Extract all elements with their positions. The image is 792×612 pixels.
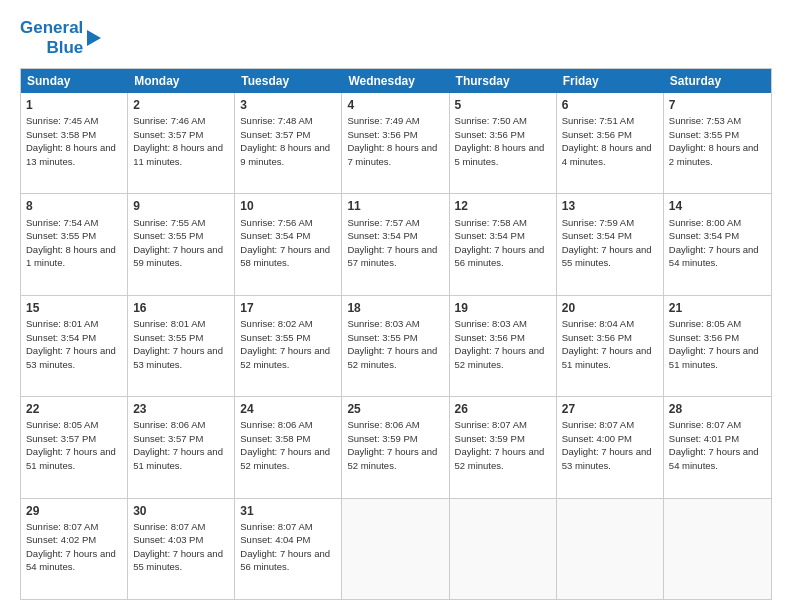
day-details: Sunrise: 8:05 AMSunset: 3:57 PMDaylight:… — [26, 419, 116, 471]
calendar-day-cell: 28Sunrise: 8:07 AMSunset: 4:01 PMDayligh… — [664, 397, 771, 497]
page: General Blue SundayMondayTuesdayWednesda… — [0, 0, 792, 612]
day-number: 27 — [562, 401, 658, 417]
calendar-week-row: 29Sunrise: 8:07 AMSunset: 4:02 PMDayligh… — [21, 498, 771, 599]
day-number: 5 — [455, 97, 551, 113]
calendar-day-cell: 25Sunrise: 8:06 AMSunset: 3:59 PMDayligh… — [342, 397, 449, 497]
day-details: Sunrise: 7:53 AMSunset: 3:55 PMDaylight:… — [669, 115, 759, 167]
day-number: 24 — [240, 401, 336, 417]
day-details: Sunrise: 8:06 AMSunset: 3:57 PMDaylight:… — [133, 419, 223, 471]
day-details: Sunrise: 8:00 AMSunset: 3:54 PMDaylight:… — [669, 217, 759, 269]
calendar-day-cell: 26Sunrise: 8:07 AMSunset: 3:59 PMDayligh… — [450, 397, 557, 497]
calendar-day-cell: 4Sunrise: 7:49 AMSunset: 3:56 PMDaylight… — [342, 93, 449, 193]
day-details: Sunrise: 8:06 AMSunset: 3:59 PMDaylight:… — [347, 419, 437, 471]
calendar-day-cell: 19Sunrise: 8:03 AMSunset: 3:56 PMDayligh… — [450, 296, 557, 396]
day-number: 11 — [347, 198, 443, 214]
calendar-day-cell: 7Sunrise: 7:53 AMSunset: 3:55 PMDaylight… — [664, 93, 771, 193]
calendar-day-cell: 2Sunrise: 7:46 AMSunset: 3:57 PMDaylight… — [128, 93, 235, 193]
day-details: Sunrise: 7:50 AMSunset: 3:56 PMDaylight:… — [455, 115, 545, 167]
day-number: 2 — [133, 97, 229, 113]
calendar-week-row: 8Sunrise: 7:54 AMSunset: 3:55 PMDaylight… — [21, 193, 771, 294]
day-details: Sunrise: 8:07 AMSunset: 4:00 PMDaylight:… — [562, 419, 652, 471]
calendar-day-cell: 16Sunrise: 8:01 AMSunset: 3:55 PMDayligh… — [128, 296, 235, 396]
calendar-day-cell: 18Sunrise: 8:03 AMSunset: 3:55 PMDayligh… — [342, 296, 449, 396]
day-details: Sunrise: 8:07 AMSunset: 3:59 PMDaylight:… — [455, 419, 545, 471]
header-day: Tuesday — [235, 69, 342, 93]
day-number: 12 — [455, 198, 551, 214]
header: General Blue — [20, 18, 772, 58]
day-details: Sunrise: 7:55 AMSunset: 3:55 PMDaylight:… — [133, 217, 223, 269]
calendar-day-cell: 12Sunrise: 7:58 AMSunset: 3:54 PMDayligh… — [450, 194, 557, 294]
day-number: 13 — [562, 198, 658, 214]
day-details: Sunrise: 8:04 AMSunset: 3:56 PMDaylight:… — [562, 318, 652, 370]
day-details: Sunrise: 8:05 AMSunset: 3:56 PMDaylight:… — [669, 318, 759, 370]
calendar-day-cell: 10Sunrise: 7:56 AMSunset: 3:54 PMDayligh… — [235, 194, 342, 294]
header-day: Saturday — [664, 69, 771, 93]
calendar-empty-cell — [664, 499, 771, 599]
calendar-day-cell: 5Sunrise: 7:50 AMSunset: 3:56 PMDaylight… — [450, 93, 557, 193]
day-number: 7 — [669, 97, 766, 113]
logo-line1: General — [20, 18, 83, 38]
header-day: Sunday — [21, 69, 128, 93]
day-details: Sunrise: 7:49 AMSunset: 3:56 PMDaylight:… — [347, 115, 437, 167]
day-number: 22 — [26, 401, 122, 417]
calendar-day-cell: 6Sunrise: 7:51 AMSunset: 3:56 PMDaylight… — [557, 93, 664, 193]
day-number: 15 — [26, 300, 122, 316]
day-number: 21 — [669, 300, 766, 316]
calendar-day-cell: 31Sunrise: 8:07 AMSunset: 4:04 PMDayligh… — [235, 499, 342, 599]
day-details: Sunrise: 7:48 AMSunset: 3:57 PMDaylight:… — [240, 115, 330, 167]
day-details: Sunrise: 7:45 AMSunset: 3:58 PMDaylight:… — [26, 115, 116, 167]
calendar-day-cell: 29Sunrise: 8:07 AMSunset: 4:02 PMDayligh… — [21, 499, 128, 599]
calendar-day-cell: 11Sunrise: 7:57 AMSunset: 3:54 PMDayligh… — [342, 194, 449, 294]
calendar-day-cell: 13Sunrise: 7:59 AMSunset: 3:54 PMDayligh… — [557, 194, 664, 294]
day-details: Sunrise: 8:02 AMSunset: 3:55 PMDaylight:… — [240, 318, 330, 370]
calendar-day-cell: 8Sunrise: 7:54 AMSunset: 3:55 PMDaylight… — [21, 194, 128, 294]
day-number: 19 — [455, 300, 551, 316]
calendar-day-cell: 22Sunrise: 8:05 AMSunset: 3:57 PMDayligh… — [21, 397, 128, 497]
calendar: SundayMondayTuesdayWednesdayThursdayFrid… — [20, 68, 772, 600]
calendar-body: 1Sunrise: 7:45 AMSunset: 3:58 PMDaylight… — [21, 93, 771, 599]
header-day: Thursday — [450, 69, 557, 93]
calendar-day-cell: 17Sunrise: 8:02 AMSunset: 3:55 PMDayligh… — [235, 296, 342, 396]
header-day: Friday — [557, 69, 664, 93]
day-details: Sunrise: 7:57 AMSunset: 3:54 PMDaylight:… — [347, 217, 437, 269]
day-details: Sunrise: 8:07 AMSunset: 4:02 PMDaylight:… — [26, 521, 116, 573]
calendar-day-cell: 30Sunrise: 8:07 AMSunset: 4:03 PMDayligh… — [128, 499, 235, 599]
calendar-day-cell: 14Sunrise: 8:00 AMSunset: 3:54 PMDayligh… — [664, 194, 771, 294]
calendar-day-cell: 9Sunrise: 7:55 AMSunset: 3:55 PMDaylight… — [128, 194, 235, 294]
calendar-day-cell: 24Sunrise: 8:06 AMSunset: 3:58 PMDayligh… — [235, 397, 342, 497]
calendar-day-cell: 15Sunrise: 8:01 AMSunset: 3:54 PMDayligh… — [21, 296, 128, 396]
day-details: Sunrise: 8:01 AMSunset: 3:55 PMDaylight:… — [133, 318, 223, 370]
calendar-empty-cell — [342, 499, 449, 599]
day-number: 6 — [562, 97, 658, 113]
day-details: Sunrise: 8:03 AMSunset: 3:56 PMDaylight:… — [455, 318, 545, 370]
day-details: Sunrise: 7:51 AMSunset: 3:56 PMDaylight:… — [562, 115, 652, 167]
logo-line2: Blue — [46, 38, 83, 58]
day-number: 3 — [240, 97, 336, 113]
day-number: 20 — [562, 300, 658, 316]
day-number: 26 — [455, 401, 551, 417]
header-day: Wednesday — [342, 69, 449, 93]
calendar-day-cell: 20Sunrise: 8:04 AMSunset: 3:56 PMDayligh… — [557, 296, 664, 396]
day-number: 4 — [347, 97, 443, 113]
day-details: Sunrise: 8:03 AMSunset: 3:55 PMDaylight:… — [347, 318, 437, 370]
calendar-day-cell: 21Sunrise: 8:05 AMSunset: 3:56 PMDayligh… — [664, 296, 771, 396]
day-details: Sunrise: 7:58 AMSunset: 3:54 PMDaylight:… — [455, 217, 545, 269]
day-number: 8 — [26, 198, 122, 214]
calendar-empty-cell — [450, 499, 557, 599]
day-number: 31 — [240, 503, 336, 519]
day-details: Sunrise: 8:06 AMSunset: 3:58 PMDaylight:… — [240, 419, 330, 471]
header-day: Monday — [128, 69, 235, 93]
day-number: 28 — [669, 401, 766, 417]
day-details: Sunrise: 7:59 AMSunset: 3:54 PMDaylight:… — [562, 217, 652, 269]
day-number: 14 — [669, 198, 766, 214]
day-number: 25 — [347, 401, 443, 417]
calendar-day-cell: 23Sunrise: 8:06 AMSunset: 3:57 PMDayligh… — [128, 397, 235, 497]
day-details: Sunrise: 7:46 AMSunset: 3:57 PMDaylight:… — [133, 115, 223, 167]
day-number: 16 — [133, 300, 229, 316]
day-number: 9 — [133, 198, 229, 214]
day-details: Sunrise: 7:54 AMSunset: 3:55 PMDaylight:… — [26, 217, 116, 269]
day-number: 23 — [133, 401, 229, 417]
day-number: 29 — [26, 503, 122, 519]
day-details: Sunrise: 7:56 AMSunset: 3:54 PMDaylight:… — [240, 217, 330, 269]
day-details: Sunrise: 8:07 AMSunset: 4:01 PMDaylight:… — [669, 419, 759, 471]
